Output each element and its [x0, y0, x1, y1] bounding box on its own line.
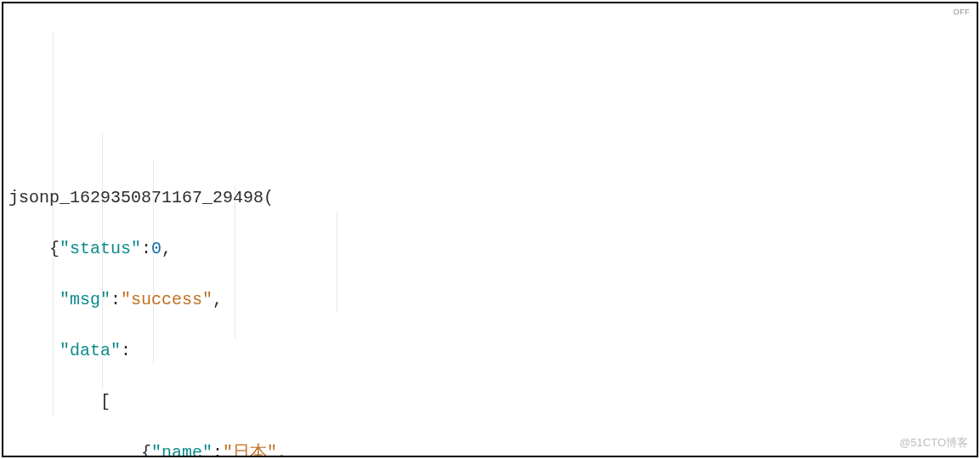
code-line: "data":	[8, 338, 972, 364]
callback-name: jsonp_1629350871167_29498	[8, 188, 263, 207]
json-string: "日本"	[223, 443, 277, 457]
code-line: {"status":0,	[8, 236, 972, 262]
json-key: "status"	[59, 239, 141, 258]
json-key: "msg"	[59, 290, 110, 309]
json-number: 0	[151, 239, 161, 258]
code-line: [	[8, 389, 972, 415]
json-key: "data"	[59, 341, 121, 360]
watermark-text: @51CTO博客	[899, 434, 968, 451]
code-container: OFF jsonp_1629350871167_29498( {"status"…	[2, 2, 978, 457]
code-line: "msg":"success",	[8, 287, 972, 313]
json-string: "success"	[121, 290, 212, 309]
code-block: jsonp_1629350871167_29498( {"status":0, …	[3, 3, 977, 457]
code-line: {"name":"日本",	[8, 440, 972, 457]
json-key: "name"	[151, 443, 212, 457]
code-line: jsonp_1629350871167_29498(	[8, 185, 972, 211]
